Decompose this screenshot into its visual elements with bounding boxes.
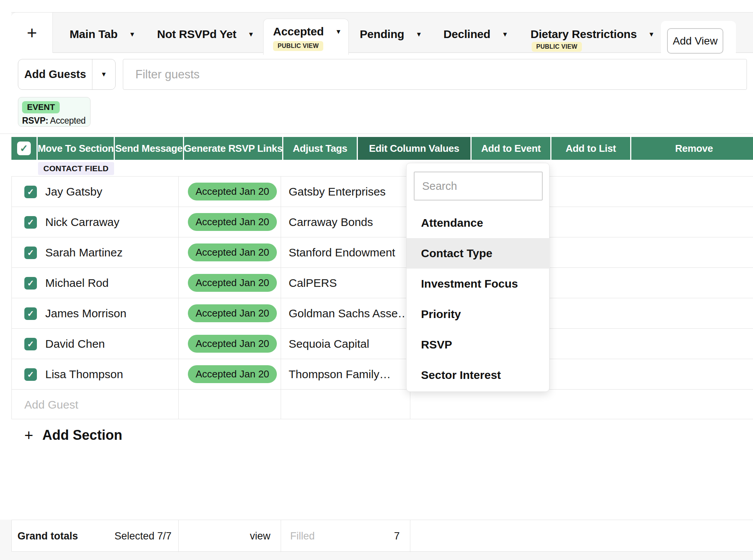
row-checkbox[interactable]: ✓ [24,216,37,229]
public-view-badge: PUBLIC VIEW [532,42,582,52]
guest-name[interactable]: Sarah Martinez [45,237,122,268]
remove-button[interactable]: Remove [631,137,753,160]
add-view-button[interactable]: Add View [667,28,723,54]
add-view-panel: Add View [661,21,736,55]
menu-item-rsvp[interactable]: RSVP [407,329,550,360]
filled-count: 7 [339,520,400,552]
tab-label: Declined [443,28,490,41]
chevron-down-icon[interactable]: ▼ [335,29,342,35]
add-tab-button[interactable]: + [11,12,53,53]
active-filter-chip[interactable]: EVENT RSVP: Accepted [18,97,91,127]
guest-company[interactable]: CalPERS [289,268,337,298]
row-checkbox[interactable]: ✓ [24,247,37,259]
column-divider [410,520,410,552]
menu-item-attendance[interactable]: Attendance [407,208,550,238]
tab-declined[interactable]: Declined ▼ [443,24,508,45]
guest-name[interactable]: Jay Gatsby [45,177,102,207]
add-guest-placeholder[interactable]: Add Guest [24,390,78,420]
add-to-event-button[interactable]: Add to Event [472,137,550,160]
rsvp-status-pill[interactable]: Accepted Jan 20 [188,183,277,200]
row-checkbox[interactable]: ✓ [24,368,37,381]
tab-label: Dietary Restrictions [531,28,637,41]
guest-name[interactable]: Michael Rod [45,268,109,298]
adjust-tags-button[interactable]: Adjust Tags [283,137,357,160]
guest-name[interactable]: David Chen [45,329,105,359]
selected-count: Selected 7/7 [84,520,172,552]
menu-item-priority[interactable]: Priority [407,299,550,329]
tab-label: Accepted [273,25,324,38]
select-all-checkbox[interactable]: ✓ [11,137,37,160]
tab-label: Main Tab [70,28,118,41]
add-to-list-button[interactable]: Add to List [551,137,630,160]
table-row: ✓ Sarah Martinez Accepted Jan 20 Stanfor… [12,237,753,267]
guest-company[interactable]: Thompson Family… [289,359,391,390]
tab-main-tab[interactable]: Main Tab ▼ [70,24,135,45]
table-row: ✓ David Chen Accepted Jan 20 Sequoia Cap… [12,328,753,359]
checkmark-icon: ✓ [20,143,28,154]
add-section-button[interactable]: + Add Section [11,422,135,449]
filter-guests-input[interactable] [123,59,747,90]
guest-table: ✓ Jay Gatsby Accepted Jan 20 Gatsby Ente… [11,176,753,419]
chevron-down-icon[interactable]: ▼ [648,31,655,38]
chevron-down-icon[interactable]: ▼ [129,31,135,38]
rsvp-status-pill[interactable]: Accepted Jan 20 [188,335,277,353]
guest-company[interactable]: Gatsby Enterprises [289,177,386,207]
rsvp-status-pill[interactable]: Accepted Jan 20 [188,274,277,292]
tab-accepted-active[interactable]: Accepted ▼ PUBLIC VIEW [263,19,349,55]
chevron-down-icon[interactable]: ▼ [416,31,422,38]
add-guest-row[interactable]: Add Guest [12,389,753,419]
generate-rsvp-links-button[interactable]: Generate RSVP Links [184,137,282,160]
menu-item-sector-interest[interactable]: Sector Interest [407,360,550,390]
guest-management-app: + Main Tab ▼ Not RSVPd Yet ▼ Accepted ▼ … [0,0,753,560]
table-row: ✓ James Morrison Accepted Jan 20 Goldman… [12,298,753,328]
move-to-section-button[interactable]: Move To Section [38,137,114,160]
table-row: ✓ Jay Gatsby Accepted Jan 20 Gatsby Ente… [12,176,753,207]
guest-company[interactable]: Goldman Sachs Asse… [289,298,409,329]
send-message-button[interactable]: Send Message [115,137,183,160]
row-checkbox[interactable]: ✓ [24,277,37,290]
rsvp-status-pill[interactable]: Accepted Jan 20 [188,365,277,383]
rsvp-status-pill[interactable]: Accepted Jan 20 [188,213,277,231]
contact-field-column-header: CONTACT FIELD [38,162,114,175]
row-checkbox[interactable]: ✓ [24,307,37,320]
tab-not-rsvpd-yet[interactable]: Not RSVPd Yet ▼ [157,24,254,45]
edit-column-values-button[interactable]: Edit Column Values [358,137,470,160]
add-guests-button[interactable]: Add Guests [18,59,92,89]
tab-pending[interactable]: Pending ▼ [360,24,422,45]
chevron-down-icon[interactable]: ▼ [502,31,508,38]
table-row: ✓ Michael Rod Accepted Jan 20 CalPERS [12,267,753,298]
filter-field-value: Accepted [48,116,86,126]
checkmark-icon: ✓ [27,218,34,227]
checkmark-icon: ✓ [27,188,34,196]
add-section-label: Add Section [42,427,122,443]
checkmark-icon: ✓ [27,310,34,318]
guest-company[interactable]: Carraway Bonds [289,207,373,237]
filter-field-label: RSVP: [22,116,48,126]
guest-name[interactable]: James Morrison [45,298,126,329]
row-checkbox[interactable]: ✓ [24,186,37,198]
rsvp-status-pill[interactable]: Accepted Jan 20 [188,304,277,322]
row-checkbox[interactable]: ✓ [24,338,37,350]
menu-item-investment-focus[interactable]: Investment Focus [407,269,550,299]
guest-company[interactable]: Sequoia Capital [289,329,369,359]
view-summary-cell[interactable]: view [187,520,270,552]
add-guests-dropdown-toggle[interactable]: ▼ [92,59,115,89]
plus-icon: + [27,22,37,43]
rsvp-status-pill[interactable]: Accepted Jan 20 [188,243,277,261]
filled-label: Filled [290,520,315,552]
plus-icon: + [24,428,33,443]
public-view-badge: PUBLIC VIEW [273,41,323,51]
table-row: ✓ Lisa Thompson Accepted Jan 20 Thompson… [12,359,753,389]
chevron-down-icon[interactable]: ▼ [248,31,254,38]
guest-name[interactable]: Nick Carraway [45,207,119,237]
add-guests-split-button[interactable]: Add Guests ▼ [18,59,116,90]
guest-name[interactable]: Lisa Thompson [45,359,123,390]
dropdown-search-input[interactable] [414,172,543,200]
column-divider [281,520,281,552]
filter-chip-text: RSVP: Accepted [22,116,86,126]
section-divider [0,134,753,134]
guest-company[interactable]: Stanford Endowment [289,237,395,268]
column-divider [178,520,179,552]
tab-label: Pending [360,28,404,41]
menu-item-contact-type[interactable]: Contact Type [407,238,550,269]
